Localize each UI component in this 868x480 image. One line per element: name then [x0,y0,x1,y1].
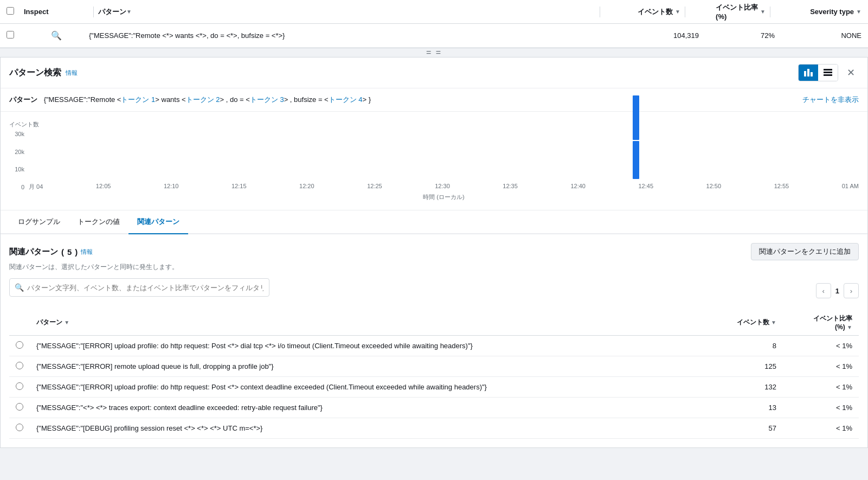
event-pct-col-sort[interactable]: ▼ [847,324,852,330]
tab-related-patterns[interactable]: 関連パターン [128,210,188,234]
x-label-12: 01 AM [842,183,859,191]
chart-toggle-link[interactable]: チャートを非表示 [802,95,859,105]
svg-rect-0 [804,71,806,76]
x-label-3: 12:15 [232,183,247,191]
related-patterns-section: 関連パターン (5) 情報 関連パターンをクエリに追加 関連パターンは、選択した… [1,234,867,447]
pattern-header: パターン ▼ [98,7,595,17]
related-row-pct-1: < 1% [783,356,859,377]
radio-2[interactable] [16,382,23,390]
tab-token-values[interactable]: トークンの値 [69,210,128,234]
search-row: 🔍 ‹ 1 › [9,278,859,303]
related-row-events-3: 13 [706,398,783,418]
related-table-header: パターン ▼ イベント数 ▼ イベント比率(%) ▼ [9,310,859,336]
chart-x-axis-label: 時間 (ローカル) [29,193,859,201]
table-row: {"MESSAGE":"[ERROR] remote upload queue … [9,356,859,377]
row-pattern-col: {"MESSAGE":"Remote <*> wants <*>, do = <… [89,31,623,40]
bar-9a [633,95,639,140]
row-severity-value: NONE [841,31,861,40]
chart-bars [29,131,859,180]
radio-3[interactable] [16,403,23,411]
related-row-pct-4: < 1% [783,418,859,439]
bar-group-9 [605,95,667,180]
panel-resize-handle[interactable]: = = [0,48,868,57]
panel-tabs: ログサンプル トークンの値 関連パターン [1,210,867,234]
related-row-pattern-0: {"MESSAGE":"[ERROR] upload profile: do h… [30,336,706,356]
related-count-num: 5 [67,247,72,257]
tab-log-samples[interactable]: ログサンプル [9,210,69,234]
top-table: Inspect パターン ▼ イベント数 ▼ イベント比率(%) ▼ Sever… [0,0,868,48]
events-sort-icon[interactable]: ▼ [675,9,680,15]
chart-y-axis: 30k 20k 10k 0 [9,131,29,201]
row-events-value: 104,319 [673,31,699,40]
related-row-pattern-3: {"MESSAGE":"<*> <*> traces export: conte… [30,398,706,418]
row-checkbox[interactable] [7,31,14,39]
resize-icon: = = [426,48,442,57]
table-view-icon [824,69,832,76]
row-checkbox-col [7,31,24,40]
radio-4[interactable] [16,424,23,431]
radio-1[interactable] [16,362,23,369]
top-table-header: Inspect パターン ▼ イベント数 ▼ イベント比率(%) ▼ Sever… [0,0,868,24]
svg-rect-1 [807,69,809,76]
y-axis-30k: 30k [15,131,24,137]
chart-area: イベント数 30k 20k 10k 0 [1,112,867,210]
svg-rect-5 [824,74,832,76]
token-4-link[interactable]: トークン 4 [329,95,363,104]
pagination-next-button[interactable]: › [844,283,859,298]
x-label-5: 12:25 [367,183,382,191]
token-2-link[interactable]: トークン 2 [186,95,220,104]
pattern-col-sort[interactable]: ▼ [64,319,69,325]
y-axis-10k: 10k [15,166,24,172]
related-subtitle: 関連パターンは、選択したパターンと同時に発生します。 [9,263,859,272]
pattern-prefix: {"MESSAGE":"Remote < [44,95,121,104]
events-col-sort[interactable]: ▼ [771,319,776,325]
chart-x-axis: 月 04 12:05 12:10 12:15 12:20 12:25 12:30… [29,180,859,191]
header-divider-3 [685,7,685,17]
panel-info-badge[interactable]: 情報 [66,69,78,77]
header-divider-2 [600,7,600,17]
related-row-events-4: 57 [706,418,783,439]
svg-rect-3 [824,69,832,71]
table-row: {"MESSAGE":"[ERROR] upload profile: do h… [9,377,859,398]
x-label-4: 12:20 [299,183,314,191]
tab-related-patterns-label: 関連パターン [137,217,179,226]
related-row-pct-0: < 1% [783,336,859,356]
add-to-query-button[interactable]: 関連パターンをクエリに追加 [751,243,859,260]
pattern-label: パターン [9,95,37,104]
pattern-text-static: {"MESSAGE":"Remote <トークン 1> wants <トークン … [44,95,371,104]
radio-0[interactable] [16,341,23,349]
pagination-prev-button[interactable]: ‹ [816,283,831,298]
view-toggle-table-btn[interactable] [818,65,838,81]
pattern-header-label: パターン [98,7,126,17]
inspect-header-label: Inspect [24,8,49,16]
view-toggle-chart-btn[interactable] [799,65,818,81]
pattern-mid3: > , bufsize = < [284,95,329,104]
chart-main: 月 04 12:05 12:10 12:15 12:20 12:25 12:30… [29,131,859,201]
close-panel-button[interactable]: ✕ [843,65,859,81]
search-icon[interactable]: 🔍 [51,30,62,41]
severity-sort-icon[interactable]: ▼ [856,9,861,15]
pattern-search-input[interactable] [9,278,269,297]
select-all-checkbox[interactable] [7,7,14,15]
related-info-badge[interactable]: 情報 [81,248,93,256]
related-section-header: 関連パターン (5) 情報 関連パターンをクエリに追加 [9,243,859,260]
row-radio-1 [9,356,30,377]
token-1-link[interactable]: トークン 1 [121,95,155,104]
related-row-events-1: 125 [706,356,783,377]
token-3-link[interactable]: トークン 3 [250,95,284,104]
related-count: ( [61,247,64,257]
y-axis-20k: 20k [15,149,24,155]
svg-rect-4 [824,72,832,73]
x-label-7: 12:35 [503,183,518,191]
pattern-mid2: > , do = < [220,95,250,104]
x-label-6: 12:30 [435,183,450,191]
row-event-pct-value: 72% [761,31,775,40]
event-pct-sort-icon[interactable]: ▼ [760,9,766,15]
row-radio-4 [9,418,30,439]
x-label-2: 12:10 [164,183,179,191]
pagination-current: 1 [835,287,839,295]
related-title-group: 関連パターン (5) 情報 [9,247,93,257]
related-row-pct-3: < 1% [783,398,859,418]
pattern-sort-icon[interactable]: ▼ [126,9,132,15]
events-header-label: イベント数 [638,7,673,17]
